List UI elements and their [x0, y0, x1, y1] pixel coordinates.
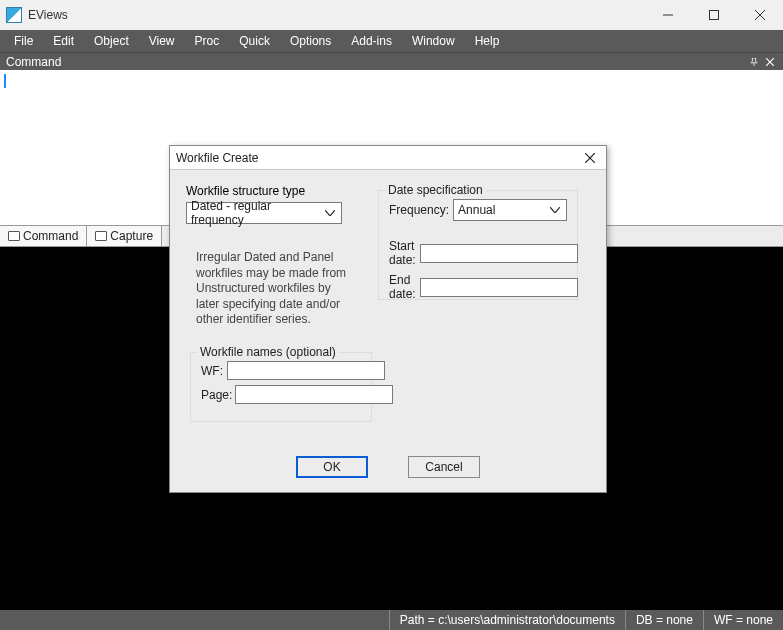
workfile-names-legend: Workfile names (optional)	[197, 345, 339, 359]
menu-options[interactable]: Options	[282, 32, 339, 50]
window-title: EViews	[28, 8, 645, 22]
tab-label: Capture	[110, 229, 153, 243]
svg-rect-1	[710, 11, 719, 20]
tab-command[interactable]: Command	[0, 226, 87, 246]
wf-label: WF:	[201, 364, 223, 378]
ok-button[interactable]: OK	[296, 456, 368, 478]
end-date-label: End date:	[389, 273, 416, 301]
menu-object[interactable]: Object	[86, 32, 137, 50]
status-empty	[0, 610, 389, 630]
workfile-names-group: Workfile names (optional) WF: Page:	[190, 352, 372, 422]
page-label: Page:	[201, 388, 231, 402]
menu-edit[interactable]: Edit	[45, 32, 82, 50]
menubar: File Edit Object View Proc Quick Options…	[0, 30, 783, 52]
page-name-input[interactable]	[235, 385, 393, 404]
chevron-down-icon	[323, 210, 337, 216]
menu-add-ins[interactable]: Add-ins	[343, 32, 400, 50]
start-date-label: Start date:	[389, 239, 416, 267]
statusbar: Path = c:\users\administrator\documents …	[0, 610, 783, 630]
workfile-structure-group: Workfile structure type Dated - regular …	[186, 184, 368, 220]
status-db: DB = none	[625, 610, 703, 630]
dialog-title: Workfile Create	[176, 151, 580, 165]
minimize-button[interactable]	[645, 0, 691, 30]
menu-quick[interactable]: Quick	[231, 32, 278, 50]
frequency-combo[interactable]: Annual	[453, 199, 567, 221]
tab-label: Command	[23, 229, 78, 243]
command-panel-header: Command	[0, 52, 783, 70]
structure-type-combo[interactable]: Dated - regular frequency	[186, 202, 342, 224]
tab-icon	[95, 231, 107, 241]
start-date-input[interactable]	[420, 244, 578, 263]
wf-name-input[interactable]	[227, 361, 385, 380]
dialog-titlebar: Workfile Create	[170, 146, 606, 170]
app-icon	[6, 7, 22, 23]
menu-window[interactable]: Window	[404, 32, 463, 50]
panel-close-icon[interactable]	[763, 55, 777, 69]
frequency-value: Annual	[458, 203, 548, 217]
dialog-button-row: OK Cancel	[170, 456, 606, 478]
menu-proc[interactable]: Proc	[187, 32, 228, 50]
cancel-button[interactable]: Cancel	[408, 456, 480, 478]
status-wf: WF = none	[703, 610, 783, 630]
maximize-button[interactable]	[691, 0, 737, 30]
dialog-close-button[interactable]	[580, 148, 600, 168]
end-date-input[interactable]	[420, 278, 578, 297]
date-specification-group: Date specification Frequency: Annual Sta…	[378, 190, 578, 300]
workfile-create-dialog: Workfile Create Workfile structure type …	[169, 145, 607, 493]
close-button[interactable]	[737, 0, 783, 30]
structure-label: Workfile structure type	[186, 184, 368, 198]
date-spec-legend: Date specification	[385, 183, 486, 197]
status-path: Path = c:\users\administrator\documents	[389, 610, 625, 630]
structure-type-value: Dated - regular frequency	[191, 199, 323, 227]
menu-file[interactable]: File	[6, 32, 41, 50]
tab-icon	[8, 231, 20, 241]
command-panel-title: Command	[6, 55, 61, 69]
chevron-down-icon	[548, 207, 562, 213]
text-cursor	[4, 74, 6, 88]
menu-view[interactable]: View	[141, 32, 183, 50]
frequency-label: Frequency:	[389, 203, 449, 217]
pin-icon[interactable]	[747, 55, 761, 69]
tab-capture[interactable]: Capture	[87, 226, 162, 246]
titlebar: EViews	[0, 0, 783, 30]
menu-help[interactable]: Help	[467, 32, 508, 50]
structure-note: Irregular Dated and Panel workfiles may …	[196, 250, 356, 328]
